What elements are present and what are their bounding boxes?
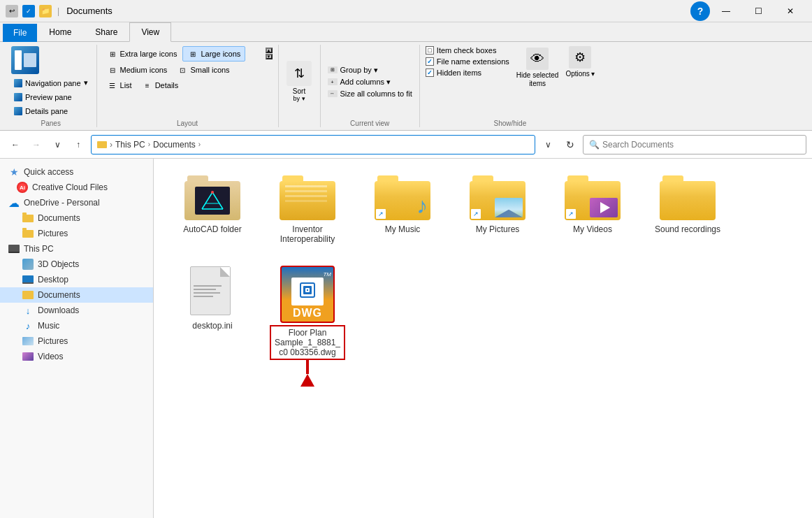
preview-pane-button[interactable]: Preview pane — [11, 92, 91, 103]
up-button[interactable]: ↑ — [68, 135, 88, 154]
navigation-pane-label[interactable]: Navigation pane ▾ — [11, 77, 91, 89]
onedrive-icon: ☁ — [8, 197, 20, 208]
sidebar-item-documents[interactable]: Documents — [0, 287, 153, 303]
my-pictures-folder-icon: ↗ — [470, 175, 525, 220]
address-dropdown-button[interactable]: ∨ — [538, 135, 558, 154]
file-item-my-music[interactable]: ♪ ↗ My Music — [361, 170, 444, 250]
details-btn[interactable]: ≡ Details — [138, 78, 183, 92]
stripe3 — [285, 195, 327, 197]
tab-share[interactable]: Share — [83, 22, 129, 42]
file-item-my-videos[interactable]: ↗ My Videos — [551, 170, 635, 250]
pane-labels: Navigation pane ▾ Preview pane Details p… — [11, 77, 91, 117]
sidebar: ★ Quick access Ai Creative Cloud Files ☁… — [0, 159, 154, 518]
options-button[interactable]: ⚙ Options ▾ — [565, 46, 594, 78]
preview-pane-icon — [14, 93, 22, 101]
title-bar-controls: — ☐ ✕ — [710, 0, 806, 22]
sort-group-content: ⇅ Sort by ▾ — [284, 45, 314, 118]
path-this-pc[interactable]: This PC — [115, 140, 145, 150]
large-icons-label: Large icons — [201, 50, 240, 58]
size-all-button[interactable]: ↔ Size all columns to fit — [326, 89, 414, 99]
autocad-svg — [198, 189, 226, 212]
details-pane-button[interactable]: Details pane — [11, 106, 91, 117]
minimize-button[interactable]: — — [710, 0, 742, 22]
nav-pane-sm-icon — [14, 79, 22, 87]
sidebar-item-downloads[interactable]: ↓ Downloads — [0, 303, 153, 318]
layout-scroll-up[interactable]: ▲ — [266, 48, 273, 53]
title-bar-separator: | — [57, 6, 59, 16]
search-input[interactable] — [602, 140, 800, 150]
sidebar-item-quick-access[interactable]: ★ Quick access — [0, 164, 153, 180]
file-item-desktop-ini[interactable]: desktop.ini — [171, 261, 254, 394]
sidebar-item-onedrive[interactable]: ☁ OneDrive - Personal — [0, 195, 153, 210]
hide-selected-button[interactable]: 👁 Hide selecteditems — [515, 46, 560, 89]
my-pictures-shortcut: ↗ — [471, 209, 481, 219]
list-icon: ☰ — [107, 80, 118, 91]
search-icon: 🔍 — [589, 140, 600, 150]
item-check-boxes-row[interactable]: □ Item check boxes — [426, 46, 509, 55]
sidebar-item-pictures[interactable]: Pictures — [0, 333, 153, 349]
layout-group: ⊞ Extra large icons ⊞ Large icons ⊟ Medi… — [97, 45, 279, 127]
ini-line4 — [194, 296, 213, 297]
pictures-icon — [22, 336, 34, 347]
sidebar-item-this-pc[interactable]: This PC — [0, 241, 153, 257]
help-button[interactable]: ? — [690, 1, 710, 21]
item-check-boxes-label: Item check boxes — [437, 46, 497, 55]
sidebar-item-onedrive-pictures[interactable]: Pictures — [0, 226, 153, 241]
file-item-inventor[interactable]: Inventor Interoperability — [266, 170, 349, 250]
title-bar-icons: ↩ ✓ 📁 | — [6, 5, 61, 17]
maximize-button[interactable]: ☐ — [742, 0, 774, 22]
creative-cloud-icon: Ai — [17, 182, 28, 193]
tab-file[interactable]: File — [3, 24, 37, 42]
sidebar-item-music[interactable]: ♪ Music — [0, 318, 153, 333]
layout-options: ⊞ Extra large icons ⊞ Large icons ⊟ Medi… — [103, 46, 264, 92]
sort-label: Sort — [293, 87, 305, 95]
file-item-autocad[interactable]: AutoCAD folder — [171, 170, 254, 250]
address-path[interactable]: › This PC › Documents › — [91, 135, 535, 154]
file-item-floor-plan[interactable]: TM DWG F — [266, 261, 349, 394]
options-label: Options ▾ — [565, 70, 594, 78]
path-documents[interactable]: Documents — [153, 140, 196, 150]
tab-view[interactable]: View — [129, 22, 171, 42]
sort-button[interactable]: ⇅ Sort by ▾ — [287, 61, 312, 102]
autocad-label: AutoCAD folder — [183, 224, 241, 234]
large-icons-btn[interactable]: ⊞ Large icons — [182, 46, 245, 62]
extra-large-icons-label: Extra large icons — [120, 50, 177, 58]
file-item-my-pictures[interactable]: ↗ My Pictures — [456, 170, 539, 250]
pictures-overlay — [495, 198, 523, 217]
back-button[interactable]: ← — [6, 135, 25, 154]
sidebar-item-desktop[interactable]: Desktop — [0, 272, 153, 287]
list-btn[interactable]: ☰ List — [103, 78, 136, 92]
layout-scroll: ▲ ▼ — [266, 46, 273, 61]
navigation-pane-button[interactable] — [11, 46, 39, 74]
navigation-pane-icon — [11, 46, 39, 74]
sidebar-item-creative-cloud[interactable]: Ai Creative Cloud Files — [0, 180, 153, 195]
desktop-ini-label: desktop.ini — [192, 321, 232, 331]
folder-icon-addr — [97, 141, 107, 148]
search-box[interactable]: 🔍 — [583, 135, 806, 154]
close-button[interactable]: ✕ — [774, 0, 806, 22]
small-icons-btn[interactable]: ⊡ Small icons — [173, 63, 233, 77]
extra-large-icons-icon: ⊞ — [107, 48, 118, 59]
navigation-pane-text: Navigation pane — [25, 79, 81, 87]
hidden-items-row[interactable]: ✓ Hidden items — [426, 69, 509, 77]
group-by-button[interactable]: ⊞ Group by ▾ — [326, 65, 379, 75]
sidebar-item-onedrive-documents[interactable]: Documents — [0, 210, 153, 226]
path-separator-1: › — [110, 140, 113, 150]
pc-icon-shape — [8, 245, 20, 253]
refresh-button[interactable]: ↻ — [560, 135, 580, 154]
medium-icons-btn[interactable]: ⊟ Medium icons — [103, 63, 172, 77]
show-hide-group: □ Item check boxes ✓ File name extension… — [420, 45, 600, 127]
file-item-sound-recordings[interactable]: Sound recordings — [646, 170, 730, 250]
medium-icons-icon: ⊟ — [107, 64, 118, 75]
extra-large-icons-btn[interactable]: ⊞ Extra large icons — [103, 46, 182, 62]
pictures-label: Pictures — [38, 336, 145, 346]
forward-button[interactable]: → — [27, 135, 46, 154]
add-columns-button[interactable]: + Add columns ▾ — [326, 77, 393, 87]
file-name-extensions-row[interactable]: ✓ File name extensions — [426, 57, 509, 66]
ini-line1 — [194, 285, 222, 287]
tab-home[interactable]: Home — [37, 22, 83, 42]
sidebar-item-videos[interactable]: Videos — [0, 349, 153, 364]
history-button[interactable]: ∨ — [48, 135, 67, 154]
layout-scroll-down[interactable]: ▼ — [266, 54, 273, 59]
sidebar-item-3d-objects[interactable]: 3D Objects — [0, 257, 153, 272]
